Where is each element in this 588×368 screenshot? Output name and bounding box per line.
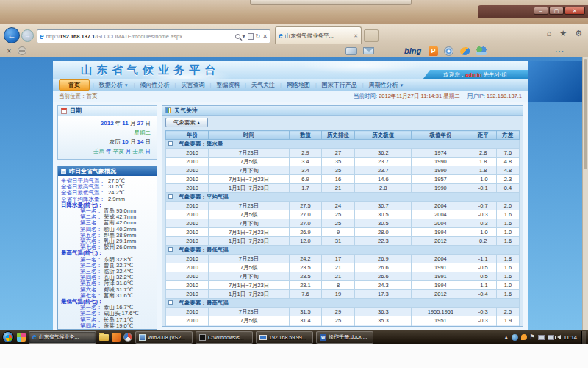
table-cell: 7月下旬	[208, 325, 290, 328]
nav-item[interactable]: 周期性分析▼	[364, 81, 409, 89]
network-icon[interactable]	[512, 334, 518, 341]
table-cell: 2004	[412, 219, 470, 228]
browser-tab[interactable]: e 山东省气候业务平... ✕	[275, 26, 362, 44]
table-group-row[interactable]: 气象要素：平均气温	[166, 193, 520, 202]
hidden-icons-arrow[interactable]: ▲	[504, 335, 509, 339]
scrollbar-thumb[interactable]	[584, 59, 587, 169]
tab-title[interactable]: 山东省气候业务平...	[285, 32, 352, 40]
tray-clock[interactable]: 11:14	[564, 334, 577, 341]
nav-item[interactable]: 国家下行产品▼	[317, 81, 362, 89]
tools-gear-icon[interactable]: ⚙	[575, 29, 582, 38]
nav-item[interactable]: 天气关注▼	[246, 81, 280, 89]
taskbar-window-button[interactable]: C:\Windows\s...	[196, 331, 253, 344]
tab-close-icon[interactable]: ✕	[354, 33, 358, 39]
nav-item[interactable]: 数据分析▼	[94, 81, 134, 89]
card-icon[interactable]	[345, 47, 357, 55]
nav-item[interactable]: 首页▼	[59, 79, 90, 91]
taskbar-window-button[interactable]: W操作手册.docx ...	[316, 331, 373, 344]
table-cell: 17.3	[355, 290, 412, 299]
taskbar-window-button[interactable]: 192.168.59.99...	[256, 331, 313, 344]
table-row[interactable]: 20107月1日~7月23日26.9928.01994-1.01.0	[166, 228, 520, 237]
page-scrollbar[interactable]	[582, 57, 588, 330]
element-filter-button[interactable]: 气象要素 ▴	[165, 118, 208, 127]
notification-icon[interactable]	[521, 334, 527, 340]
table-row[interactable]: 20107月5候27.02530.52004-0.31.6	[166, 210, 520, 219]
stop-icon[interactable]: ✕	[262, 33, 268, 40]
blocked-plugin-icon[interactable]	[18, 46, 26, 55]
expander-icon[interactable]	[168, 247, 173, 252]
search-icon[interactable]	[235, 34, 240, 39]
table-row[interactable]: 20107月下旬23.52126.61991-0.51.6	[166, 272, 520, 281]
table-cell: 2010	[176, 184, 208, 193]
group-title: 气象要素：平均气温	[176, 193, 520, 202]
monitor-icon[interactable]	[538, 335, 545, 340]
orange-app-icon[interactable]	[112, 333, 121, 342]
more-options-icon[interactable]: ···	[555, 47, 564, 55]
minimize-icon[interactable]: –	[534, 7, 548, 15]
table-row[interactable]: 20107月23日27.52430.72004-0.72.0	[166, 202, 520, 210]
disc-icon[interactable]	[444, 46, 453, 56]
expander-icon[interactable]	[168, 300, 173, 305]
nav-item[interactable]: 整编资料▼	[211, 81, 245, 89]
table-group-row[interactable]: 气象要素：最高气温	[166, 299, 520, 308]
table-cell: 24.2	[290, 255, 321, 263]
table-row[interactable]: 20107月下旬31.42535.31951-0.31.9	[166, 325, 520, 328]
table-group-row[interactable]: 气象要素：降水量	[166, 140, 520, 149]
colorful-app-icon[interactable]	[17, 333, 26, 342]
bing-logo[interactable]: bing	[404, 46, 421, 55]
table-row[interactable]: 20107月5候3.43523.719901.84.8	[166, 158, 520, 166]
table-row[interactable]: 20101月1日~7月23日12.03122.320120.21.6	[166, 237, 520, 246]
table-row[interactable]: 20107月5候31.42535.31951-0.31.9	[166, 316, 520, 325]
expander-icon[interactable]	[168, 194, 173, 199]
table-row[interactable]: 20107月5候23.52126.61991-0.51.6	[166, 263, 520, 272]
table-row[interactable]: 20107月23日31.52936.31955,1951-0.32.5	[166, 308, 520, 316]
favorites-star-icon[interactable]: ★	[559, 29, 567, 38]
nav-item[interactable]: 网格地图▼	[282, 81, 315, 89]
table-row[interactable]: 20107月下旬3.43523.719901.84.8	[166, 166, 520, 175]
contacts-icon[interactable]	[476, 46, 487, 55]
new-tab-button[interactable]	[364, 29, 379, 42]
table-row[interactable]: 20107月1日~7月23日23.1824.31994-1.11.0	[166, 281, 520, 290]
pinyin-p-icon[interactable]: P	[429, 46, 438, 56]
close-icon[interactable]: ✕	[564, 7, 585, 15]
table-row[interactable]: 20101月1日~7月23日7.61917.32012-0.41.6	[166, 290, 520, 299]
table-row[interactable]: 20107月23日2.92736.219742.87.6	[166, 149, 520, 158]
explorer-folder-icon[interactable]	[99, 334, 109, 341]
forward-button[interactable]: →	[21, 29, 34, 42]
table-row[interactable]: 20107月1日~7月23日6.91614.61957-1.02.3	[166, 175, 520, 184]
maximize-icon[interactable]: ▢	[549, 7, 564, 15]
search-caret-icon[interactable]: ▾	[243, 33, 245, 40]
nav-item[interactable]: 倾向性分析▼	[135, 81, 175, 89]
table-cell: 27	[321, 149, 355, 158]
back-button[interactable]: ←	[4, 27, 20, 43]
home-icon[interactable]: ⌂	[547, 29, 552, 38]
toolbar-close-icon[interactable]: ✕	[7, 48, 12, 54]
taskbar-window-button[interactable]: Win2008 (VS2...	[135, 331, 193, 344]
table-cell: 2010	[176, 175, 208, 184]
breadcrumb[interactable]: 当前位置：首页	[59, 93, 98, 100]
bird-icon[interactable]	[460, 47, 470, 55]
mail-icon[interactable]	[363, 47, 374, 54]
monitor2-icon[interactable]	[548, 335, 554, 340]
table-cell: 1991	[412, 263, 470, 272]
table-row[interactable]: 20101月1日~7月23日1.7212.81990-0.10.4	[166, 184, 520, 193]
nav-item[interactable]: 灾害查询▼	[176, 81, 209, 89]
table-cell: 2010	[176, 316, 208, 325]
compatibility-view-icon[interactable]	[248, 33, 254, 40]
url-text[interactable]: http://192.168.137.1/GLCCLIMATE/modules/…	[46, 33, 233, 40]
speaker-icon[interactable]	[557, 335, 561, 339]
start-button[interactable]	[2, 331, 14, 343]
show-desktop-button[interactable]	[581, 331, 586, 344]
table-cell: 23.5	[290, 263, 321, 272]
action-center-flag-icon[interactable]: ⚑	[530, 334, 535, 340]
media-app-icon[interactable]	[123, 333, 132, 342]
expander-icon[interactable]	[168, 141, 173, 146]
table-row[interactable]: 20107月下旬27.02530.52004-0.31.6	[166, 219, 520, 228]
address-bar[interactable]: e http://192.168.137.1/GLCCLIMATE/module…	[37, 29, 270, 43]
refresh-icon[interactable]: ↻	[256, 33, 261, 40]
table-group-row[interactable]: 气象要素：最低气温	[166, 246, 520, 255]
table-row[interactable]: 20107月23日24.21726.92004-1.11.8	[166, 255, 520, 263]
table-cell: 21	[321, 272, 355, 281]
browser-window: ← → e http://192.168.137.1/GLCCLIMATE/mo…	[0, 24, 588, 330]
taskbar-ie-window[interactable]: e 山东省气候业务...	[29, 331, 96, 344]
